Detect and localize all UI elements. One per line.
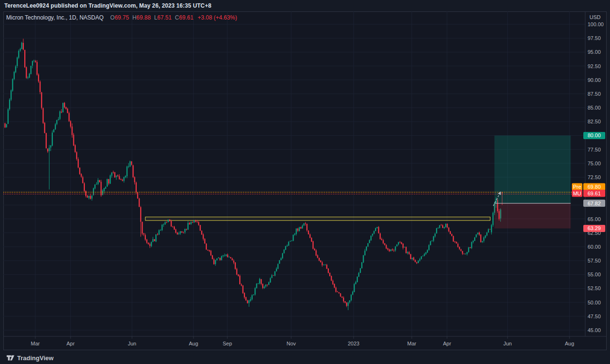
price-axis-label: 57.50 (588, 258, 601, 263)
stop-price-chip: 63.29 (588, 225, 601, 231)
price-axis-label: 77.50 (588, 147, 601, 152)
close-value: 69.61 (179, 14, 193, 21)
price-label-premarket: Pre69.80 (572, 183, 605, 191)
price-axis-label: 92.50 (588, 63, 601, 69)
open-label: O (110, 14, 114, 21)
time-axis-label: Apr (66, 341, 74, 346)
footer-bar: TradingView (7, 352, 53, 364)
price-axis-label: 72.50 (588, 174, 601, 180)
candles-series[interactable] (4, 39, 503, 310)
price-chart-canvas[interactable]: MarAprJunAugSepNov2023MarAprJunAugUSD100… (0, 0, 610, 364)
time-axis-label: Jun (128, 341, 136, 346)
tradingview-published-chart: TerenceLee0924 published on TradingView.… (0, 0, 610, 364)
price-axis-label: 65.00 (588, 216, 601, 222)
price-axis-label: 60.00 (588, 244, 601, 250)
change-value: +3.08 (+4.63%) (198, 14, 237, 21)
price-label-target: 80.00 (583, 132, 605, 139)
price-axis-label: 82.50 (588, 119, 601, 124)
price-label-stop: 63.29 (583, 225, 605, 232)
time-axis-label: Mar (31, 341, 40, 346)
time-axis-label: Aug (565, 341, 574, 346)
last-prefix-chip: MU (573, 191, 581, 196)
price-axis-label: 85.00 (588, 105, 601, 111)
target-price-chip: 80.00 (588, 132, 601, 138)
price-axis-label: 45.00 (588, 327, 601, 333)
long-position-profit-zone[interactable] (495, 135, 571, 203)
close-label: C (175, 14, 179, 21)
symbol-title[interactable]: Micron Technology, Inc., 1D, NASDAQ (6, 14, 103, 21)
price-axis-label: 97.50 (588, 35, 601, 41)
premarket-price-chip: 69.80 (588, 184, 601, 190)
long-position-stop-zone[interactable] (495, 203, 571, 229)
price-axis-label: 87.50 (588, 91, 601, 97)
price-axis-label: 52.50 (588, 285, 601, 291)
price-axis-label: 55.00 (588, 272, 601, 277)
last-price-chip: 69.61 (588, 191, 601, 196)
price-axis-label: 47.50 (588, 313, 601, 319)
time-axis-label: Jun (503, 341, 512, 346)
time-axis[interactable]: MarAprJunAugSepNov2023MarAprJunAug (31, 336, 574, 346)
time-axis-label: Mar (407, 341, 417, 346)
symbol-header: Micron Technology, Inc., 1D, NASDAQO69.7… (6, 14, 237, 21)
support-zone-rect[interactable] (145, 217, 490, 220)
price-axis[interactable]: USD100.0097.5095.0092.5090.0087.5085.008… (572, 14, 605, 333)
time-axis-label: Aug (189, 341, 198, 346)
time-axis-label: Nov (286, 341, 296, 346)
price-label-last: MU69.61 (572, 190, 605, 197)
currency-label: USD (590, 14, 600, 20)
price-axis-label: 90.00 (588, 77, 601, 83)
tradingview-logo-icon[interactable] (7, 354, 14, 362)
time-axis-label: Apr (443, 341, 451, 346)
entry-price-chip: 67.82 (588, 201, 601, 206)
price-axis-label: 50.00 (588, 300, 601, 305)
premarket-prefix-chip: Pre (573, 184, 581, 190)
open-value: 69.75 (115, 14, 129, 21)
price-label-entry: 67.82 (583, 200, 605, 207)
low-value: 67.51 (157, 14, 172, 21)
time-axis-label: Sep (223, 341, 232, 346)
price-axis-label: 75.00 (588, 161, 601, 166)
price-axis-label: 100.00 (588, 21, 604, 27)
time-axis-label: 2023 (348, 341, 359, 346)
price-axis-label: 95.00 (588, 49, 601, 55)
high-value: 69.88 (136, 14, 151, 21)
tradingview-brand-text[interactable]: TradingView (17, 354, 53, 362)
